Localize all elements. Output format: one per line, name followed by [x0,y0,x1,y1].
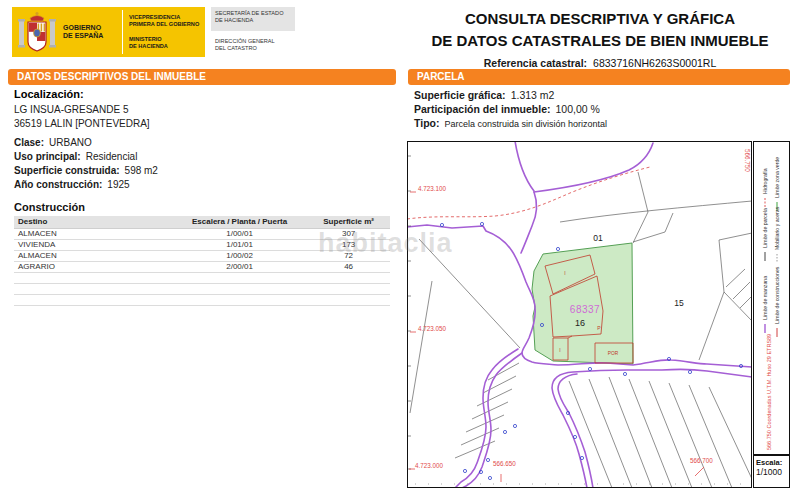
tipo-field: Tipo:Parcela construida sin división hor… [414,117,607,129]
building-label-por: POR [608,351,619,356]
cell-escalera: 1/00/01 [172,229,307,239]
cell-destino: AGRARIO [14,262,172,272]
hydrography-line [407,167,650,219]
table-empty-row [14,284,390,295]
secretaria-label: SECRETARÍA DE ESTADO DE HACIENDA [211,7,295,31]
participacion-value: 100,00 % [556,103,600,115]
superficie-value: 598 m2 [125,165,158,176]
neighbor-parcel-01-label: 01 [593,233,603,243]
map-legend: Hidrografía Límite zona verde Límite de … [753,141,790,455]
logo-divider [122,10,123,54]
legend-label-limite-manzana: Límite de manzana [762,276,768,320]
tipo-label: Tipo: [414,117,439,129]
direccion-line-1: LG INSUA-GRESANDE 5 [14,104,128,115]
construccion-title: Construcción [14,201,85,213]
legend-label-limite-parcela: Límite de parcela [762,208,768,248]
cell-superficie: 307 [307,229,390,239]
superficie-grafica-label: Superficie gráfica: [414,89,506,101]
clase-value: URBANO [49,137,92,148]
escala-value: 1/1000 [756,467,787,477]
table-row: VIVIENDA 1/01/01 173 [14,240,390,251]
coord-x-566750: 566.750 [744,149,751,172]
legend-label-limite-construcciones: Límite de construcciones [774,266,780,324]
referencia-value: 6833716NH6263S0001RL [593,57,716,69]
direccion-catastro-label: DIRECCIÓN GENERAL DEL CATASTRO [211,35,295,56]
table-empty-row [14,273,390,284]
gobierno-de-espana-label: GOBIERNO DE ESPAÑA [60,24,120,41]
coord-y-4723100: 4.723.100 [418,185,447,192]
cell-escalera: 1/01/01 [172,240,307,250]
col-escalera: Escalera / Planta / Puerta [172,216,307,228]
document-title: CONSULTA DESCRIPTIVA Y GRÁFICA DE DATOS … [408,8,792,69]
section-header-parcela: PARCELA [408,69,790,85]
cell-escalera: 2/00/01 [172,262,307,272]
scale-box: Escala: 1/1000 [753,455,790,488]
clase-field: Clase:URBANO [14,137,92,148]
uso-field: Uso principal:Residencial [14,151,137,162]
legend-label-hidrografia: Hidrografía [762,168,768,194]
direccion-line-2: 36519 LALIN [PONTEVEDRA] [14,118,150,129]
superficie-field: Superficie construida:598 m2 [14,165,158,176]
referencia-catastral: Referencia catastral:6833716NH6263S0001R… [408,57,792,69]
cell-destino: ALMACEN [14,251,172,261]
legend-entries: Hidrografía Límite zona verde Límite de … [754,142,789,454]
coord-x-566650: 566.650 [493,460,516,467]
title-line-1: CONSULTA DESCRIPTIVA Y GRÁFICA [408,8,792,30]
anio-label: Año construcción: [14,179,102,190]
building-label-i2: I [559,347,560,353]
section-header-datos: DATOS DESCRIPTIVOS DEL INMUEBLE [8,69,396,85]
anio-field: Año construcción:1925 [14,179,130,190]
ministerio-label: VICEPRESIDENCIA PRIMERA DEL GOBIERNO MIN… [125,11,205,53]
neighbor-parcel-15-label: 15 [674,298,684,308]
cell-escalera: 1/00/02 [172,251,307,261]
uso-value: Residencial [86,151,138,162]
parcel-number-label: 68337 [570,304,600,315]
uso-label: Uso principal: [14,151,81,162]
superficie-grafica-value: 1.313 m2 [511,89,555,101]
construccion-table: Destino Escalera / Planta / Puerta Super… [14,216,390,306]
localizacion-label: Localización: [14,88,84,100]
anio-value: 1925 [107,179,129,190]
title-line-2: DE DATOS CATASTRALES DE BIEN INMUEBLE [408,30,792,52]
table-row: ALMACEN 1/00/01 307 [14,229,390,240]
coord-x-566700: 566.700 [690,457,713,464]
col-destino: Destino [14,216,172,228]
logo-yellow-block: GOBIERNO DE ESPAÑA VICEPRESIDENCIA PRIME… [12,7,205,57]
table-header-row: Destino Escalera / Planta / Puerta Super… [14,216,390,229]
clase-label: Clase: [14,137,44,148]
cell-destino: VIVIENDA [14,240,172,250]
table-row: ALMACEN 1/00/02 72 [14,251,390,262]
cell-superficie: 72 [307,251,390,261]
superficie-grafica-field: Superficie gráfica:1.313 m2 [414,89,554,101]
col-superficie: Superficie m² [307,216,390,228]
tipo-value: Parcela construida sin división horizont… [444,119,607,129]
gobierno-logo: GOBIERNO DE ESPAÑA VICEPRESIDENCIA PRIME… [12,7,295,57]
legend-label-mobiliario: Mobiliario y aceras [774,206,780,250]
participacion-label: Participación del inmueble: [414,103,551,115]
superficie-label: Superficie construida: [14,165,120,176]
cadastral-map: 68337 16 01 15 I I P POR 4.723.100 4.723… [407,141,752,488]
secretaria-block: SECRETARÍA DE ESTADO DE HACIENDA DIRECCI… [211,7,295,56]
table-empty-row [14,295,390,306]
coord-y-4723050: 4.723.050 [418,325,447,332]
legend-label-zona-verde: Límite zona verde [774,157,780,198]
building-label-i1: I [564,270,565,276]
utm-note: 566.750 Coordenadas U.T.M. Huso 29 ETRS8… [766,334,772,450]
cell-superficie: 173 [307,240,390,250]
cell-destino: ALMACEN [14,229,172,239]
cadastral-document: GOBIERNO DE ESPAÑA VICEPRESIDENCIA PRIME… [0,0,800,500]
table-row: AGRARIO 2/00/01 46 [14,262,390,273]
parcel-sub-label: 16 [575,318,585,328]
escala-label: Escala: [756,458,787,467]
referencia-label: Referencia catastral: [484,57,587,69]
cell-superficie: 46 [307,262,390,272]
participacion-field: Participación del inmueble:100,00 % [414,103,600,115]
spain-coat-of-arms-icon [16,9,58,55]
map-labels: 68337 16 01 15 I I P POR 4.723.100 4.723… [415,149,751,469]
coord-y-4723000: 4.723.000 [415,462,444,469]
